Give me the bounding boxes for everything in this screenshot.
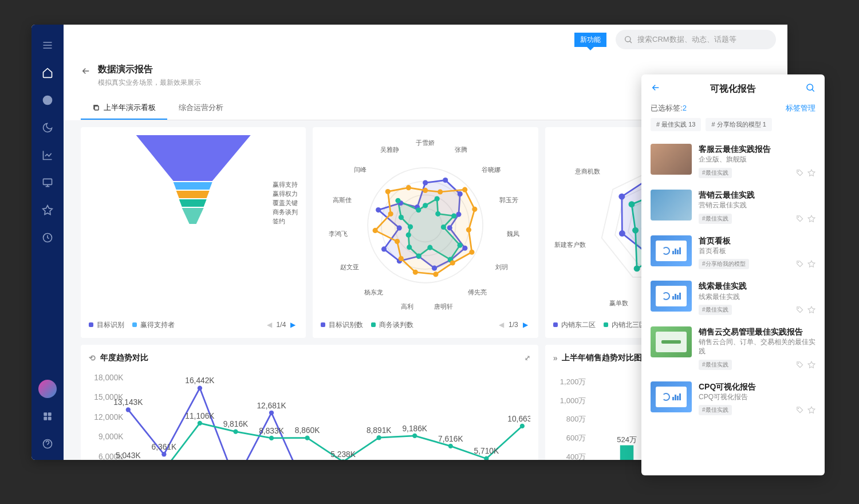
report-tag: #分享给我的模型 (699, 259, 749, 269)
report-item[interactable]: 客服云最佳实践报告企业版、旗舰版#最佳实践 (641, 138, 825, 184)
tag-icon[interactable] (796, 361, 804, 369)
tag-icon[interactable] (796, 260, 804, 268)
tag-icon[interactable] (796, 406, 804, 414)
svg-point-33 (376, 207, 381, 212)
svg-marker-10 (174, 182, 212, 190)
report-title: CPQ可视化报告 (699, 381, 815, 392)
svg-text:10,663K: 10,663K (507, 414, 530, 423)
tag-manage-link[interactable]: 标签管理 (786, 103, 815, 113)
report-sub: CPQ可视化报告 (699, 393, 815, 402)
svg-point-46 (406, 233, 411, 238)
panel-title: 可视化报告 (710, 83, 756, 95)
pager-prev[interactable]: ◀ (497, 321, 506, 329)
report-item[interactable]: 首页看板首页看板#分享给我的模型 (641, 230, 825, 275)
svg-point-26 (463, 246, 468, 251)
svg-rect-0 (44, 179, 52, 184)
star-icon[interactable] (36, 199, 59, 222)
link-icon: ⟲ (89, 353, 96, 363)
svg-text:11,106K: 11,106K (185, 411, 215, 420)
svg-text:8,891K: 8,891K (367, 426, 392, 434)
svg-text:800万: 800万 (566, 415, 586, 423)
apps-icon[interactable] (36, 405, 59, 428)
help-icon[interactable] (36, 432, 59, 455)
tag-icon[interactable] (796, 169, 804, 177)
report-title: 线索最佳实践 (699, 281, 815, 291)
svg-point-175 (807, 84, 813, 90)
tag-icon[interactable] (796, 306, 804, 314)
tab-analysis[interactable]: 综合运营分析 (167, 97, 235, 120)
report-sub: 企业版、旗舰版 (699, 155, 815, 164)
chip[interactable]: # 分享给我的模型 1 (706, 118, 771, 131)
star-icon[interactable] (807, 215, 815, 223)
svg-point-78 (618, 194, 625, 200)
arrow-icon: » (553, 353, 558, 363)
star-icon[interactable] (807, 361, 815, 369)
tab-dashboard[interactable]: 上半年演示看板 (81, 97, 167, 120)
expand-icon[interactable]: ⤢ (525, 354, 530, 362)
svg-marker-11 (176, 191, 210, 198)
svg-point-45 (407, 245, 412, 250)
svg-point-54 (472, 207, 478, 212)
report-tag: #最佳实践 (699, 214, 732, 224)
search-input[interactable]: 搜索CRM数据、动态、话题等 (616, 30, 776, 49)
home-icon[interactable] (36, 61, 59, 84)
svg-point-126 (198, 420, 202, 425)
star-icon[interactable] (807, 260, 815, 268)
report-item[interactable]: CPQ可视化报告CPQ可视化报告#最佳实践 (641, 376, 825, 422)
svg-point-21 (423, 180, 428, 186)
avatar[interactable] (38, 380, 57, 398)
tag-icon[interactable] (796, 215, 804, 223)
star-icon[interactable] (807, 406, 815, 414)
menu-icon[interactable] (36, 34, 59, 57)
svg-point-57 (450, 260, 455, 265)
page-subtitle: 模拟真实业务场景，最新效果展示 (98, 78, 201, 88)
funnel-card: 赢得支持 赢得权力 覆盖关键 商务谈判 签约 目标识别 赢得支持者 ◀ 1/4 … (81, 127, 306, 338)
svg-point-132 (305, 435, 309, 440)
svg-text:1,000万: 1,000万 (559, 396, 586, 404)
report-item[interactable]: 线索最佳实践线索最佳实践#最佳实践 (641, 275, 825, 321)
star-icon[interactable] (807, 169, 815, 177)
svg-point-44 (416, 253, 421, 258)
panel-back-icon[interactable] (651, 82, 661, 95)
svg-text:9,186K: 9,186K (402, 424, 427, 432)
report-item[interactable]: 销售云交易管理最佳实践报告销售云合同、订单、交易相关的最佳实践#最佳实践 (641, 321, 825, 375)
svg-text:13,143K: 13,143K (113, 398, 143, 407)
pager-prev[interactable]: ◀ (265, 321, 274, 329)
svg-point-77 (619, 230, 625, 237)
pie-icon[interactable] (36, 89, 59, 112)
star-icon[interactable] (807, 306, 815, 314)
svg-marker-20 (375, 188, 475, 274)
svg-rect-156 (620, 445, 633, 460)
tag-chips: # 最佳实践 13 # 分享给我的模型 1 (641, 118, 825, 138)
svg-point-100 (126, 407, 131, 412)
report-item[interactable]: 营销云最佳实践营销云最佳实践#最佳实践 (641, 184, 825, 230)
line-chart: 0K3,000K6,000K9,000K12,000K15,000K18,000… (89, 369, 530, 460)
svg-point-84 (632, 227, 639, 234)
search-icon (624, 35, 633, 44)
svg-text:9,816K: 9,816K (223, 420, 249, 428)
panel-search-icon[interactable] (805, 82, 815, 95)
svg-point-85 (628, 201, 635, 207)
chip[interactable]: # 最佳实践 13 (651, 118, 701, 131)
chart-icon[interactable] (36, 144, 59, 167)
svg-point-128 (233, 429, 238, 434)
svg-point-59 (413, 270, 418, 275)
pager-next[interactable]: ▶ (288, 321, 298, 329)
monitor-icon[interactable] (36, 171, 59, 194)
svg-point-60 (399, 256, 404, 261)
svg-point-25 (447, 225, 452, 230)
svg-text:9,000K: 9,000K (98, 432, 124, 441)
svg-point-55 (466, 227, 471, 233)
new-feature-badge[interactable]: 新功能 (574, 33, 606, 47)
pager-next[interactable]: ▶ (521, 321, 530, 329)
svg-point-48 (399, 215, 404, 220)
moon-icon[interactable] (36, 116, 59, 139)
report-title: 首页看板 (699, 235, 815, 246)
svg-point-178 (798, 262, 799, 263)
clock-icon[interactable] (36, 226, 59, 249)
search-placeholder: 搜索CRM数据、动态、话题等 (637, 34, 736, 45)
report-sub: 首页看板 (699, 247, 815, 256)
back-icon[interactable] (81, 66, 91, 78)
svg-text:524万: 524万 (617, 435, 637, 444)
svg-text:12,000K: 12,000K (94, 412, 124, 421)
